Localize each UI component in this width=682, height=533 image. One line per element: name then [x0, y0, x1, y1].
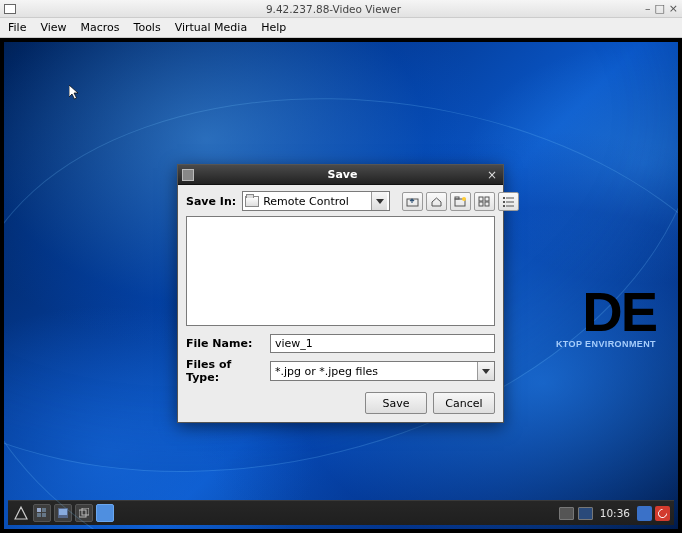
menu-view[interactable]: View [34, 19, 72, 36]
svg-rect-5 [485, 197, 489, 201]
file-type-dropdown-icon[interactable] [477, 362, 494, 380]
brand-tagline: KTOP ENVIRONMENT [556, 339, 656, 349]
svg-rect-17 [42, 513, 46, 517]
svg-rect-7 [485, 202, 489, 206]
svg-rect-2 [455, 197, 459, 199]
svg-rect-19 [59, 509, 67, 515]
dialog-title: Save [200, 168, 485, 181]
taskbar-clock[interactable]: 10:36 [597, 507, 633, 519]
close-icon[interactable]: × [669, 3, 678, 14]
menu-tools[interactable]: Tools [128, 19, 167, 36]
new-folder-icon[interactable] [450, 192, 471, 211]
cursor-icon [69, 85, 81, 101]
save-dialog: Save × Save In: Remote Control [177, 164, 504, 423]
save-button[interactable]: Save [365, 392, 427, 414]
save-in-value: Remote Control [263, 195, 371, 208]
file-list-pane[interactable] [186, 216, 495, 326]
dialog-icon [182, 169, 194, 181]
svg-rect-16 [37, 513, 41, 517]
start-menu-icon[interactable] [12, 504, 30, 522]
taskbar[interactable]: 10:36 [8, 500, 674, 525]
cancel-button[interactable]: Cancel [433, 392, 495, 414]
menu-help[interactable]: Help [255, 19, 292, 36]
details-view-icon[interactable] [498, 192, 519, 211]
maximize-icon[interactable]: □ [654, 3, 664, 14]
system-tray: 10:36 [559, 506, 670, 521]
menubar: File View Macros Tools Virtual Media Hel… [0, 18, 682, 38]
dialog-close-icon[interactable]: × [485, 168, 499, 182]
taskbar-windows-icon[interactable] [75, 504, 93, 522]
svg-rect-12 [503, 205, 505, 207]
svg-rect-8 [503, 197, 505, 199]
minimize-icon[interactable]: – [645, 3, 651, 14]
svg-rect-6 [479, 202, 483, 206]
desktop-brand: DE KTOP ENVIRONMENT [556, 287, 656, 349]
save-in-label: Save In: [186, 195, 236, 208]
file-name-label: File Name: [186, 337, 264, 350]
save-in-dropdown-icon[interactable] [371, 192, 387, 210]
svg-rect-1 [455, 199, 465, 206]
folder-icon [245, 196, 259, 207]
svg-rect-20 [79, 510, 86, 517]
menu-file[interactable]: File [2, 19, 32, 36]
menu-macros[interactable]: Macros [75, 19, 126, 36]
app-title: 9.42.237.88-Video Viewer [22, 3, 645, 15]
brand-logo-text: DE [556, 287, 656, 337]
file-chooser-toolbar [402, 192, 519, 211]
save-in-combo[interactable]: Remote Control [242, 191, 390, 211]
svg-rect-21 [82, 508, 89, 515]
svg-rect-4 [479, 197, 483, 201]
home-icon[interactable] [426, 192, 447, 211]
menu-virtual-media[interactable]: Virtual Media [169, 19, 253, 36]
file-type-value: *.jpg or *.jpeg files [275, 365, 378, 378]
svg-rect-14 [37, 508, 41, 512]
taskbar-show-desktop-icon[interactable] [54, 504, 72, 522]
file-type-combo[interactable]: *.jpg or *.jpeg files [270, 361, 495, 381]
taskbar-pager-icon[interactable] [33, 504, 51, 522]
list-view-icon[interactable] [474, 192, 495, 211]
dialog-titlebar[interactable]: Save × [178, 165, 503, 185]
taskbar-entry-active[interactable] [96, 504, 114, 522]
remote-screen[interactable]: DE KTOP ENVIRONMENT Save × Save In: [0, 38, 682, 533]
tray-icon-generic[interactable] [559, 507, 574, 520]
file-type-label: Files of Type: [186, 358, 264, 384]
desktop-wallpaper: DE KTOP ENVIRONMENT Save × Save In: [4, 42, 678, 529]
svg-rect-15 [42, 508, 46, 512]
tray-lock-icon[interactable] [637, 506, 652, 521]
tray-logout-icon[interactable] [655, 506, 670, 521]
up-one-level-icon[interactable] [402, 192, 423, 211]
video-viewer-window: 9.42.237.88-Video Viewer – □ × File View… [0, 0, 682, 533]
file-name-input[interactable] [270, 334, 495, 353]
app-titlebar[interactable]: 9.42.237.88-Video Viewer – □ × [0, 0, 682, 18]
svg-rect-0 [407, 199, 418, 206]
tray-display-icon[interactable] [578, 507, 593, 520]
app-icon [4, 4, 16, 14]
svg-point-3 [462, 197, 466, 201]
svg-rect-10 [503, 201, 505, 203]
